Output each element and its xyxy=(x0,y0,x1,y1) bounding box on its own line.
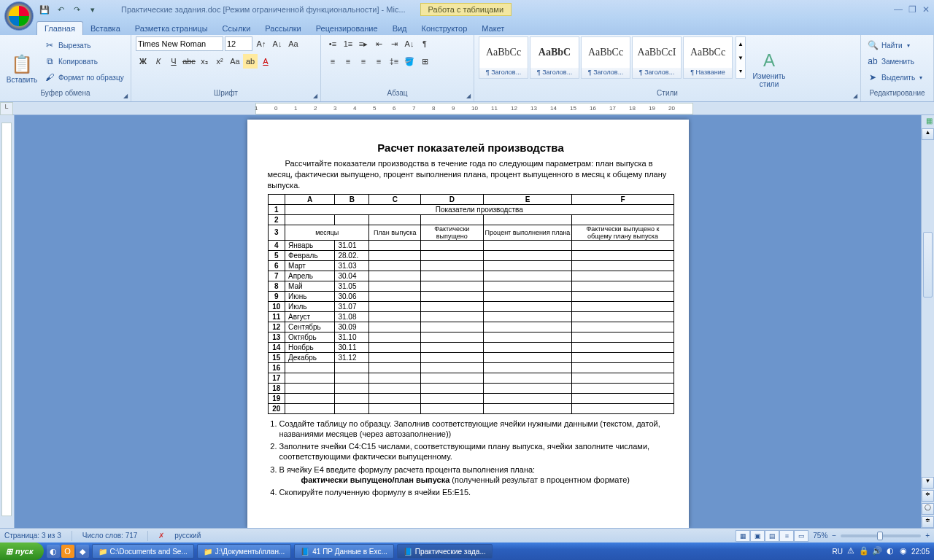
ruler-corner[interactable]: L xyxy=(0,102,13,115)
align-right-icon[interactable]: ≡ xyxy=(356,54,371,69)
replace-button[interactable]: abЗаменить xyxy=(865,54,924,69)
tray-clock[interactable]: 22:05 xyxy=(911,548,930,556)
copy-button[interactable]: ⧉Копировать xyxy=(42,54,126,69)
maximize-icon[interactable]: ❐ xyxy=(908,4,916,15)
outline-icon[interactable]: ≡ xyxy=(779,530,794,542)
print-layout-icon[interactable]: ▦ xyxy=(736,530,750,542)
tab-0[interactable]: Главная xyxy=(36,21,83,35)
horizontal-ruler[interactable]: 101234567891011121314151617181920 xyxy=(255,103,693,114)
web-layout-icon[interactable]: ▤ xyxy=(765,530,779,542)
browse-object-icon[interactable]: ◯ xyxy=(922,503,934,515)
app-icon[interactable]: O xyxy=(61,545,74,558)
change-case-icon[interactable]: Aa xyxy=(228,54,242,69)
chrome-icon[interactable]: ◐ xyxy=(47,545,60,558)
next-page-icon[interactable]: ≑ xyxy=(922,516,934,528)
tab-3[interactable]: Ссылки xyxy=(215,22,258,35)
tray-icon[interactable]: 🔊 xyxy=(872,546,882,556)
styles-launcher-icon[interactable]: ◢ xyxy=(853,93,857,99)
style-item-4[interactable]: AaBbCc¶ Название xyxy=(683,36,733,79)
indent-inc-icon[interactable]: ⇥ xyxy=(387,36,401,51)
tab-6[interactable]: Вид xyxy=(385,22,414,35)
align-left-icon[interactable]: ≡ xyxy=(325,54,340,69)
shrink-font-icon[interactable]: A↓ xyxy=(270,36,285,51)
undo-icon[interactable]: ↶ xyxy=(54,3,67,16)
font-name-select[interactable] xyxy=(136,36,223,51)
tab-8[interactable]: Макет xyxy=(474,22,512,35)
clipboard-launcher-icon[interactable]: ◢ xyxy=(123,93,128,99)
align-center-icon[interactable]: ≡ xyxy=(341,54,355,69)
style-item-2[interactable]: AaBbCc¶ Заголов... xyxy=(581,36,630,79)
cut-button[interactable]: ✂Вырезать xyxy=(42,38,126,52)
office-button[interactable] xyxy=(4,1,34,31)
prev-page-icon[interactable]: ≑ xyxy=(922,490,934,502)
zoom-level[interactable]: 75% xyxy=(813,532,827,540)
clear-formatting-icon[interactable]: Aa xyxy=(286,36,301,51)
tab-2[interactable]: Разметка страницы xyxy=(128,22,215,35)
italic-icon[interactable]: К xyxy=(151,54,166,69)
grow-font-icon[interactable]: A↑ xyxy=(254,36,269,51)
scroll-up-icon[interactable]: ▲ xyxy=(922,128,934,140)
fullscreen-reading-icon[interactable]: ▣ xyxy=(750,530,765,542)
status-page[interactable]: Страница: 3 из 3 xyxy=(4,532,61,540)
borders-icon[interactable]: ⊞ xyxy=(417,54,432,69)
multilevel-icon[interactable]: ≡▸ xyxy=(356,36,371,51)
qat-customize-icon[interactable]: ▾ xyxy=(86,3,99,16)
redo-icon[interactable]: ↷ xyxy=(70,3,83,16)
numbering-icon[interactable]: 1≡ xyxy=(341,36,355,51)
styles-scroll[interactable]: ▲▼▾ xyxy=(736,36,746,79)
tray-lang[interactable]: RU xyxy=(833,548,843,556)
shading-icon[interactable]: 🪣 xyxy=(402,54,417,69)
line-spacing-icon[interactable]: ‡≡ xyxy=(387,54,401,69)
document-canvas[interactable]: Расчет показателей производства Рассчита… xyxy=(15,115,921,528)
tab-7[interactable]: Конструктор xyxy=(414,22,475,35)
style-item-0[interactable]: AaBbCc¶ Заголов... xyxy=(479,36,528,79)
tray-icon[interactable]: ◐ xyxy=(885,546,895,556)
select-button[interactable]: ➤Выделить▾ xyxy=(865,70,924,85)
paragraph-launcher-icon[interactable]: ◢ xyxy=(466,93,471,99)
taskbar-task-2[interactable]: 📘41 ПР Данные в Exc... xyxy=(294,544,394,559)
tray-icon[interactable]: ⚠ xyxy=(846,546,856,556)
start-button[interactable]: ⊞пуск xyxy=(0,542,44,560)
vertical-scrollbar[interactable]: ▦ ▲ ▼ ≑ ◯ ≑ xyxy=(921,115,934,528)
zoom-in-icon[interactable]: + xyxy=(925,532,930,540)
format-painter-button[interactable]: 🖌Формат по образцу xyxy=(42,70,126,85)
underline-icon[interactable]: Ч xyxy=(166,54,181,69)
strike-icon[interactable]: abc xyxy=(182,54,196,69)
bold-icon[interactable]: Ж xyxy=(136,54,150,69)
show-marks-icon[interactable]: ¶ xyxy=(417,36,432,51)
tray-icon[interactable]: ◉ xyxy=(898,546,908,556)
bullets-icon[interactable]: •≡ xyxy=(325,36,340,51)
taskbar-task-0[interactable]: 📁C:\Documents and Se... xyxy=(92,544,194,559)
tab-1[interactable]: Вставка xyxy=(83,22,128,35)
zoom-out-icon[interactable]: − xyxy=(832,532,836,540)
tab-4[interactable]: Рассылки xyxy=(258,22,308,35)
taskbar-task-1[interactable]: 📁J:\Документы\план... xyxy=(197,544,292,559)
justify-icon[interactable]: ≡ xyxy=(371,54,386,69)
taskbar-task-3[interactable]: 📘Практические зада... xyxy=(397,544,493,559)
app-icon-2[interactable]: ◆ xyxy=(76,545,89,558)
superscript-icon[interactable]: x² xyxy=(212,54,227,69)
tray-icon[interactable]: 🔒 xyxy=(859,546,869,556)
style-item-3[interactable]: AaBbCcI¶ Заголов... xyxy=(632,36,682,79)
subscript-icon[interactable]: x₂ xyxy=(197,54,212,69)
font-color-icon[interactable]: A xyxy=(258,54,273,69)
scroll-thumb[interactable] xyxy=(923,232,933,298)
status-proofing-icon[interactable]: ✗ xyxy=(158,532,164,540)
zoom-slider[interactable] xyxy=(841,534,921,537)
vertical-ruler[interactable] xyxy=(0,115,15,528)
ruler-toggle-icon[interactable]: ▦ xyxy=(926,117,933,125)
find-button[interactable]: 🔍Найти▾ xyxy=(865,38,924,52)
tab-5[interactable]: Рецензирование xyxy=(309,22,385,35)
draft-icon[interactable]: ▭ xyxy=(794,530,808,542)
status-language[interactable]: русский xyxy=(174,532,201,540)
style-item-1[interactable]: AaBbC¶ Заголов... xyxy=(530,36,579,79)
highlight-icon[interactable]: ab xyxy=(243,54,258,69)
indent-dec-icon[interactable]: ⇤ xyxy=(371,36,386,51)
sort-icon[interactable]: A↓ xyxy=(402,36,417,51)
save-icon[interactable]: 💾 xyxy=(38,3,51,16)
status-words[interactable]: Число слов: 717 xyxy=(82,532,138,540)
scroll-down-icon[interactable]: ▼ xyxy=(922,477,934,489)
font-launcher-icon[interactable]: ◢ xyxy=(313,93,317,99)
minimize-icon[interactable]: — xyxy=(894,4,903,15)
font-size-select[interactable] xyxy=(225,36,252,51)
